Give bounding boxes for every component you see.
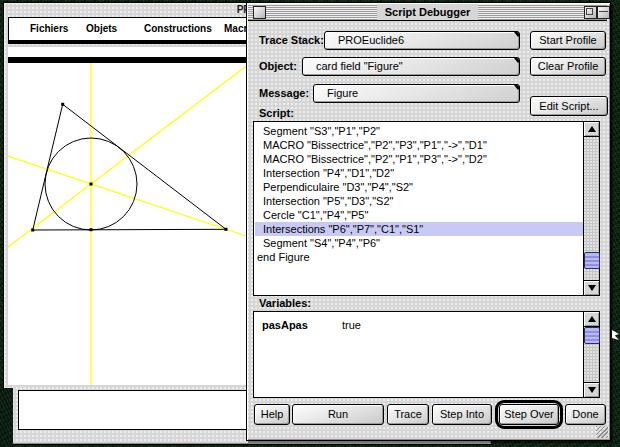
object-value: card field "Figure" [316, 60, 403, 72]
trace-stack-value: PROEuclide6 [338, 34, 404, 46]
script-line[interactable]: Intersections "P6","P7","C1","S1" [255, 222, 583, 236]
desktop: PRO FichiersObjetsConstructionsMacro Scr… [0, 0, 620, 447]
scroll-down-icon[interactable] [584, 280, 599, 295]
collapse-box-icon[interactable] [597, 6, 610, 19]
popup-arrows-icon [506, 35, 514, 50]
script-lines: Segment "S3","P1","P2"MACRO "Bissectrice… [255, 124, 583, 294]
close-box-icon[interactable] [253, 6, 266, 19]
variable-name: pasApas [262, 319, 308, 331]
desktop-corner [0, 388, 13, 447]
button-step-into[interactable]: Step Into [432, 404, 492, 425]
object-label: Object: [259, 60, 297, 72]
cursor-artifact [612, 330, 619, 340]
script-line[interactable]: MACRO "Bissectrice","P2","P1","P3","->",… [255, 152, 583, 166]
script-scrollbar[interactable] [583, 122, 599, 295]
edit-script-button[interactable]: Edit Script... [530, 96, 608, 116]
button-help[interactable]: Help [254, 404, 290, 425]
popup-arrows-icon [506, 61, 514, 76]
menu-item-objets[interactable]: Objets [86, 23, 117, 34]
message-label: Message: [259, 87, 309, 99]
menu-item-fichiers[interactable]: Fichiers [30, 23, 68, 34]
clear-profile-button[interactable]: Clear Profile [530, 57, 606, 76]
button-done[interactable]: Done [565, 404, 606, 425]
button-step-over[interactable]: Step Over [499, 404, 559, 425]
zoom-box-icon[interactable] [584, 6, 597, 19]
script-line[interactable]: Perpendiculaire "D3","P4","S2" [255, 180, 583, 194]
scroll-down-icon[interactable] [584, 382, 599, 397]
button-run[interactable]: Run [292, 404, 384, 425]
variable-value: true [342, 318, 361, 332]
scroll-thumb[interactable] [584, 252, 600, 269]
script-line[interactable]: end Figure [255, 250, 583, 264]
trace-stack-popup[interactable]: PROEuclide6 [324, 31, 520, 50]
window-title: Script Debugger [377, 4, 479, 20]
scroll-up-icon[interactable] [584, 312, 599, 327]
button-trace[interactable]: Trace [387, 404, 429, 425]
trace-stack-label: Trace Stack: [259, 34, 324, 46]
menu-item-constructions[interactable]: Constructions [144, 23, 212, 34]
script-debugger-window: Script Debugger Trace Stack: PROEuclide6… [246, 2, 611, 441]
variables-list[interactable]: pasApastrue [253, 311, 600, 398]
message-popup[interactable]: Figure [313, 84, 520, 103]
script-line[interactable]: Intersection "P5","D3","S2" [255, 194, 583, 208]
scroll-thumb[interactable] [584, 327, 600, 344]
variable-row[interactable]: pasApastrue [262, 318, 308, 332]
variables-scrollbar[interactable] [583, 312, 599, 397]
scroll-up-icon[interactable] [584, 122, 599, 137]
script-line[interactable]: MACRO "Bissectrice","P2","P3","P1","->",… [255, 138, 583, 152]
script-label: Script: [259, 107, 294, 119]
object-popup[interactable]: card field "Figure" [302, 57, 520, 76]
script-line[interactable]: Intersection "P4","D1","D2" [255, 166, 583, 180]
resize-grip-icon[interactable] [596, 426, 608, 438]
popup-arrows-icon [506, 88, 514, 103]
script-line[interactable]: Segment "S3","P1","P2" [255, 124, 583, 138]
message-value: Figure [327, 87, 358, 99]
title-bar[interactable]: Script Debugger [248, 4, 607, 21]
script-line[interactable]: Segment "S4","P4","P6" [255, 236, 583, 250]
script-list[interactable]: Segment "S3","P1","P2"MACRO "Bissectrice… [253, 121, 600, 296]
variables-label: Variables: [259, 297, 311, 309]
script-line[interactable]: Cercle "C1","P4","P5" [255, 208, 583, 222]
start-profile-button[interactable]: Start Profile [530, 31, 606, 50]
